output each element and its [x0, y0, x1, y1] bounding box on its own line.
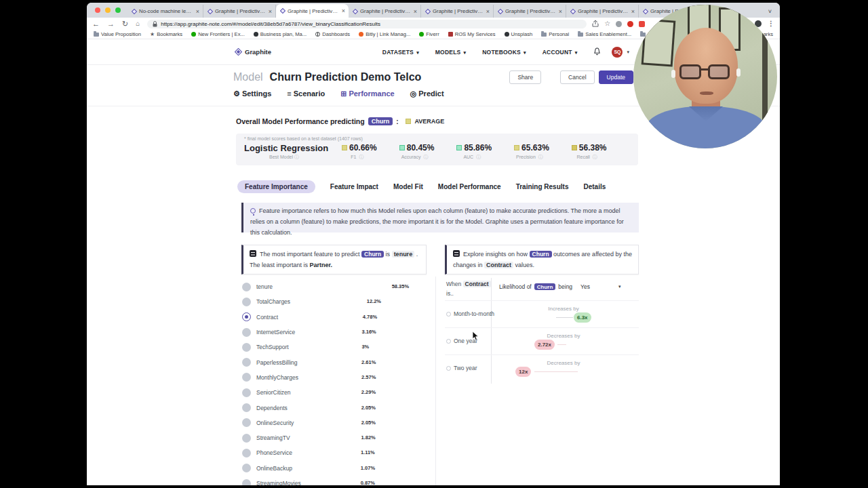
bookmark-item[interactable]: Dashboards [315, 31, 350, 37]
tab-close-icon[interactable]: × [342, 7, 345, 14]
feature-radio[interactable] [242, 298, 251, 306]
tab-close-icon[interactable]: × [631, 8, 635, 15]
feature-radio[interactable] [242, 328, 251, 337]
tab-close-icon[interactable]: × [196, 8, 199, 15]
browser-tab[interactable]: Graphite | Predictive Analy× [349, 5, 421, 18]
importance-value: 1.82% [361, 434, 375, 441]
feature-radio[interactable] [242, 479, 251, 486]
browser-tab[interactable]: Graphite | Predictive Analy× [276, 4, 349, 18]
feature-radio[interactable] [242, 312, 251, 321]
extension-icon[interactable] [639, 21, 645, 27]
metric-f1: 60.66%F1 ⓘ [338, 143, 377, 161]
notifications-bell-icon[interactable] [593, 46, 601, 58]
close-window-icon[interactable] [95, 7, 100, 13]
tab-close-icon[interactable]: × [559, 8, 562, 15]
forward-button[interactable]: → [107, 20, 115, 28]
nav-menu-account[interactable]: ACCOUNT ▾ [542, 49, 578, 56]
info-icon[interactable]: ⓘ [538, 155, 543, 159]
result-tab-feature-importance[interactable]: Feature Importance [237, 180, 315, 193]
metric-square-icon [456, 145, 462, 150]
scenario-icon: ≡ [287, 90, 291, 98]
feature-radio[interactable] [242, 388, 251, 397]
address-bar[interactable]: https://app.graphite-note.com/#/model/ed… [147, 20, 587, 28]
bookmark-item[interactable]: New Frontiers | Ex... [191, 31, 245, 37]
feature-radio[interactable] [242, 403, 251, 412]
tab-close-icon[interactable]: × [486, 8, 490, 15]
feature-radio[interactable] [242, 418, 251, 427]
feature-row: Contract4.78% [237, 310, 435, 325]
result-tab-training-results[interactable]: Training Results [516, 180, 569, 193]
update-button[interactable]: Update [599, 70, 633, 84]
bookmark-item[interactable]: ROS My Services [448, 31, 496, 37]
info-icon[interactable]: ⓘ [294, 155, 299, 159]
tab-performance[interactable]: ⊞Performance [340, 89, 394, 98]
maximize-window-icon[interactable] [115, 7, 121, 13]
bookmark-star-icon[interactable]: ☆ [604, 20, 610, 27]
bookmark-item[interactable]: Value Proposition [94, 31, 141, 37]
share-button[interactable]: Share [509, 70, 541, 84]
extension-icon[interactable] [616, 21, 622, 27]
result-tab-model-fit[interactable]: Model Fit [393, 180, 423, 193]
back-button[interactable]: ← [92, 20, 100, 28]
tab-title: No-code machine learning [139, 8, 194, 14]
extension-icon[interactable] [627, 21, 633, 27]
feature-radio[interactable] [242, 434, 251, 443]
info-icon[interactable]: ⓘ [476, 155, 481, 159]
tab-title: Graphite | Predictive Analy [433, 8, 484, 14]
info-icon[interactable]: ⓘ [423, 155, 428, 159]
reload-button[interactable]: ↻ [122, 20, 128, 28]
folder-icon [541, 33, 547, 37]
account-caret-icon[interactable]: ▾ [627, 49, 629, 55]
feature-radio[interactable] [242, 343, 251, 352]
bookmark-item[interactable]: Sales Enablement... [578, 31, 631, 37]
browser-tab[interactable]: No-code machine learning× [127, 5, 203, 18]
bookmark-item[interactable]: Bitly | Link Manag... [359, 31, 410, 37]
importance-value: 2.57% [361, 374, 376, 380]
nav-menu-notebooks[interactable]: NOTEBOOKS ▾ [482, 49, 526, 56]
tab-predict[interactable]: ◎Predict [410, 89, 444, 98]
browser-menu-icon[interactable]: ⋮ [768, 20, 774, 27]
bookmark-item[interactable]: Personal [541, 31, 569, 37]
tab-search-caret-icon[interactable]: ˅ [768, 8, 772, 15]
tab-settings[interactable]: ⚙Settings [233, 89, 271, 98]
minimize-window-icon[interactable] [105, 7, 111, 13]
bookmark-item[interactable]: ★Bookmarks [150, 31, 182, 37]
nav-menu-datasets[interactable]: DATASETS ▾ [382, 49, 419, 56]
metrics-panel: * final model scores based on a test dat… [236, 134, 638, 165]
feature-radio[interactable] [242, 464, 251, 472]
feature-radio[interactable] [242, 283, 251, 291]
browser-tab[interactable]: Graphite | Predictive Analy× [494, 5, 566, 18]
direction-label: Increases by [526, 306, 601, 312]
bookmark-item[interactable]: Unsplash [505, 31, 533, 37]
feature-name: StreamingTV [256, 434, 290, 441]
graphite-logo[interactable]: Graphite [235, 48, 271, 56]
browser-tab[interactable]: Graphite | Predictive Analy× [566, 5, 639, 18]
multiplier-badge: 12x [515, 367, 531, 377]
result-tab-details[interactable]: Details [583, 180, 606, 193]
cancel-button[interactable]: Cancel [560, 70, 594, 84]
result-tab-model-performance[interactable]: Model Performance [438, 180, 501, 193]
share-icon[interactable] [592, 20, 599, 27]
result-tab-feature-impact[interactable]: Feature Impact [330, 180, 378, 193]
tab-close-icon[interactable]: × [414, 8, 417, 15]
account-avatar[interactable]: SQ [612, 47, 623, 58]
target-chip: Churn [530, 251, 552, 258]
bookmark-item[interactable]: Fiverr [419, 31, 439, 37]
browser-tab[interactable]: Graphite | Predictive Analy× [203, 5, 276, 18]
feature-radio[interactable] [242, 449, 251, 458]
likelihood-value-select[interactable]: Yes ▾ [580, 283, 620, 290]
info-icon[interactable]: ⓘ [359, 155, 363, 159]
tab-scenario[interactable]: ≡Scenario [287, 89, 325, 98]
dot-dark-icon [505, 32, 509, 37]
home-button[interactable]: ⌂ [136, 20, 140, 27]
feature-radio[interactable] [242, 373, 251, 382]
model-tabs: ⚙Settings≡Scenario⊞Performance◎Predict [233, 89, 444, 98]
window-controls[interactable] [87, 3, 127, 18]
info-icon[interactable]: ⓘ [593, 155, 597, 159]
feature-radio[interactable] [242, 358, 251, 367]
tab-close-icon[interactable]: × [269, 8, 272, 15]
browser-tab[interactable]: Graphite | Predictive Analy× [421, 5, 494, 18]
bookmark-item[interactable]: Business plan, Ma... [254, 31, 307, 37]
nav-menu-models[interactable]: MODELS ▾ [435, 49, 466, 56]
performance-heading-row: Overall Model Performance predicting Chu… [236, 117, 444, 125]
